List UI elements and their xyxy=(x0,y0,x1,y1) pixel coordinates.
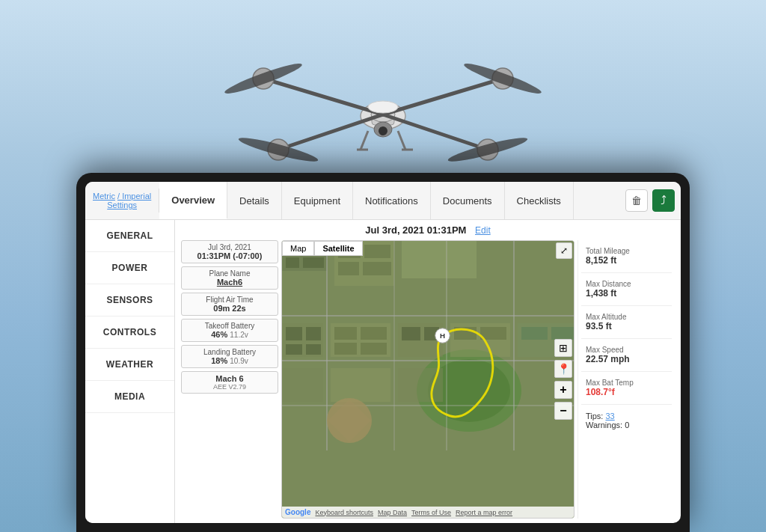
stat-value-altitude: 93.5 ft xyxy=(586,321,667,331)
stat-max-distance: Max Distance 1,438 ft xyxy=(581,278,672,301)
info-label-takeoff: Takeoff Battery xyxy=(188,322,272,330)
stat-label-bat-temp: Max Bat Temp xyxy=(586,379,667,387)
tab-equipment[interactable]: Equipment xyxy=(282,182,353,219)
info-value-planename: Mach6 xyxy=(188,278,272,287)
stat-divider-1 xyxy=(581,272,672,273)
info-box-airtime: Flight Air Time 09m 22s xyxy=(181,293,278,316)
settings-link[interactable]: Settings xyxy=(107,201,137,210)
flight-datetime: Jul 3rd, 2021 01:31PM Edit xyxy=(181,224,675,236)
edit-link[interactable]: Edit xyxy=(475,225,491,236)
tips-value[interactable]: 33 xyxy=(606,412,615,421)
svg-line-17 xyxy=(361,131,368,150)
tab-overview[interactable]: Overview xyxy=(159,182,227,219)
info-value-datetime: 01:31PM (-07:00) xyxy=(188,251,272,260)
left-info-column: Jul 3rd, 2021 01:31PM (-07:00) Plane Nam… xyxy=(181,240,278,519)
stat-max-altitude: Max Altitude 93.5 ft xyxy=(581,311,672,334)
stat-bat-temp: Max Bat Temp 108.7°f xyxy=(581,376,672,400)
tab-documents[interactable]: Documents xyxy=(431,182,505,219)
stat-divider-2 xyxy=(581,305,672,306)
warnings-value: 0 xyxy=(625,421,629,429)
top-navigation: Metric / Imperial Settings Overview Deta… xyxy=(85,182,681,220)
sidebar-item-power[interactable]: POWER xyxy=(85,252,174,284)
map-zoom-out[interactable]: − xyxy=(554,402,572,420)
stat-label-distance: Max Distance xyxy=(586,280,667,288)
main-content: GENERAL POWER SENSORS CONTROLS WEATHER M… xyxy=(85,220,681,523)
warnings-label: Warnings: xyxy=(586,421,622,429)
info-value-firmware2: AEE V2.79 xyxy=(188,383,272,391)
svg-text:H: H xyxy=(440,331,445,340)
info-value-airtime: 09m 22s xyxy=(188,304,272,313)
info-box-takeoff-battery: Takeoff Battery 46% 11.2v xyxy=(181,319,278,342)
stat-divider-5 xyxy=(581,404,672,405)
stat-tips-warnings: Tips: 33 Warnings: 0 xyxy=(581,409,672,432)
svg-point-16 xyxy=(379,126,387,135)
stat-value-distance: 1,438 ft xyxy=(586,288,667,299)
info-label-airtime: Flight Air Time xyxy=(188,296,272,304)
takeoff-voltage: 11.2v xyxy=(230,331,248,339)
stat-label-altitude: Max Altitude xyxy=(586,313,667,321)
map-layers-button[interactable]: ⊞ xyxy=(554,339,572,357)
svg-point-12 xyxy=(462,60,543,98)
stat-value-bat-temp: 108.7°f xyxy=(586,387,667,397)
stat-tips-line: Tips: 33 xyxy=(586,412,667,421)
takeoff-pct: 46% xyxy=(211,330,227,339)
info-box-landing-battery: Landing Battery 18% 10.9v xyxy=(181,345,278,368)
metric-settings-panel: Metric / Imperial Settings xyxy=(85,189,159,213)
svg-point-21 xyxy=(368,101,398,113)
delete-button[interactable]: 🗑 xyxy=(625,189,648,212)
flight-path-overlay: H xyxy=(282,241,574,518)
svg-line-4 xyxy=(383,79,503,114)
stat-divider-3 xyxy=(581,338,672,339)
svg-line-18 xyxy=(398,131,405,150)
center-panel: Jul 3rd, 2021 01:31PM Edit Jul 3rd, 2021… xyxy=(175,220,681,523)
info-value-firmware1: Mach 6 xyxy=(188,374,272,383)
sidebar: GENERAL POWER SENSORS CONTROLS WEATHER M… xyxy=(85,220,175,523)
map-tab-satellite[interactable]: Satellite xyxy=(314,241,362,256)
stat-label-mileage: Total Mileage xyxy=(586,247,667,255)
info-box-firmware: Mach 6 AEE V2.79 xyxy=(181,371,278,394)
sidebar-item-media[interactable]: MEDIA xyxy=(85,381,174,413)
map-pin-button[interactable]: 📍 xyxy=(554,360,572,378)
datetime-text: Jul 3rd, 2021 01:31PM xyxy=(365,224,466,236)
stat-label-speed: Max Speed xyxy=(586,346,667,354)
info-value-takeoff: 46% 11.2v xyxy=(188,330,272,339)
info-box-datetime: Jul 3rd, 2021 01:31PM (-07:00) xyxy=(181,240,278,263)
info-label-datetime: Jul 3rd, 2021 xyxy=(188,243,272,251)
tab-notifications[interactable]: Notifications xyxy=(353,182,431,219)
map-area[interactable]: Map Satellite ⤢ xyxy=(281,240,574,519)
info-label-landing: Landing Battery xyxy=(188,348,272,356)
landing-pct: 18% xyxy=(211,356,227,365)
nav-tabs: Overview Details Equipment Notifications… xyxy=(159,182,619,219)
slash-separator: / Imperial xyxy=(117,192,151,201)
tab-checklists[interactable]: Checklists xyxy=(505,182,574,219)
sidebar-item-weather[interactable]: WEATHER xyxy=(85,349,174,381)
map-zoom-in[interactable]: + xyxy=(554,381,572,399)
map-controls: ⊞ 📍 + − xyxy=(554,339,572,420)
info-value-landing: 18% 10.9v xyxy=(188,356,272,365)
map-tab-map[interactable]: Map xyxy=(282,241,314,256)
center-inner-layout: Jul 3rd, 2021 01:31PM (-07:00) Plane Nam… xyxy=(181,240,675,519)
map-tabs: Map Satellite xyxy=(282,241,363,256)
tips-label: Tips: xyxy=(586,412,603,421)
tab-details[interactable]: Details xyxy=(227,182,282,219)
svg-point-11 xyxy=(223,60,304,98)
tablet-device: Metric / Imperial Settings Overview Deta… xyxy=(76,173,690,532)
info-label-planename: Plane Name xyxy=(188,269,272,278)
stat-max-speed: Max Speed 22.57 mph xyxy=(581,343,672,367)
sidebar-item-controls[interactable]: CONTROLS xyxy=(85,317,174,349)
svg-line-3 xyxy=(263,79,383,114)
metric-link[interactable]: Metric xyxy=(93,192,115,201)
stat-value-speed: 22.57 mph xyxy=(586,354,667,364)
tablet-screen: Metric / Imperial Settings Overview Deta… xyxy=(85,182,681,523)
stat-warnings-line: Warnings: 0 xyxy=(586,421,667,429)
share-button[interactable]: ⤴ xyxy=(652,189,675,212)
info-box-planename: Plane Name Mach6 xyxy=(181,266,278,290)
sidebar-item-sensors[interactable]: SENSORS xyxy=(85,284,174,317)
landing-voltage: 10.9v xyxy=(230,357,248,365)
map-fullscreen-button[interactable]: ⤢ xyxy=(556,242,572,259)
right-stats-panel: Total Mileage 8,152 ft Max Distance 1,43… xyxy=(577,240,675,519)
stat-divider-4 xyxy=(581,371,672,372)
stat-total-mileage: Total Mileage 8,152 ft xyxy=(581,245,672,268)
metric-imperial-toggle[interactable]: Metric / Imperial xyxy=(93,192,151,201)
sidebar-item-general[interactable]: GENERAL xyxy=(85,220,174,252)
